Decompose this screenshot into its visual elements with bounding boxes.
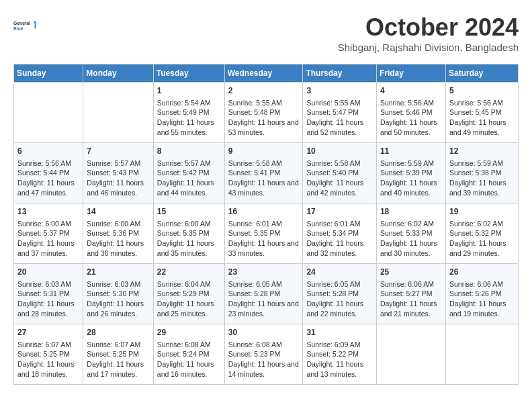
calendar-week-row: 1Sunrise: 5:54 AMSunset: 5:49 PMDaylight… [14, 83, 519, 143]
day-number: 29 [157, 327, 221, 338]
calendar-cell: 1Sunrise: 5:54 AMSunset: 5:49 PMDaylight… [153, 83, 224, 143]
calendar-cell: 18Sunrise: 6:02 AMSunset: 5:33 PMDayligh… [376, 203, 445, 264]
month-title: October 2024 [338, 13, 519, 42]
day-info: Sunrise: 6:06 AMSunset: 5:27 PMDaylight:… [380, 279, 442, 319]
calendar-cell: 11Sunrise: 5:59 AMSunset: 5:39 PMDayligh… [376, 143, 445, 203]
day-info: Sunrise: 5:56 AMSunset: 5:45 PMDaylight:… [449, 98, 515, 138]
day-number: 31 [306, 327, 373, 338]
col-header-thursday: Thursday [303, 64, 377, 83]
page-header: GeneralBlue October 2024 Shibganj, Rajsh… [13, 13, 519, 53]
day-number: 6 [17, 146, 79, 157]
calendar-cell: 21Sunrise: 6:03 AMSunset: 5:30 PMDayligh… [83, 264, 153, 324]
col-header-friday: Friday [376, 64, 445, 83]
day-info: Sunrise: 5:56 AMSunset: 5:44 PMDaylight:… [17, 158, 79, 198]
day-number: 30 [228, 327, 300, 338]
calendar-cell: 24Sunrise: 6:05 AMSunset: 5:28 PMDayligh… [303, 264, 377, 324]
calendar-cell: 26Sunrise: 6:06 AMSunset: 5:26 PMDayligh… [445, 264, 518, 324]
day-number: 7 [87, 146, 149, 157]
calendar-header-row: SundayMondayTuesdayWednesdayThursdayFrid… [14, 64, 519, 83]
day-info: Sunrise: 5:58 AMSunset: 5:40 PMDaylight:… [306, 158, 373, 198]
day-number: 12 [449, 146, 515, 157]
calendar-cell: 10Sunrise: 5:58 AMSunset: 5:40 PMDayligh… [303, 143, 377, 203]
day-number: 18 [380, 206, 442, 218]
col-header-sunday: Sunday [14, 64, 83, 83]
svg-text:Blue: Blue [13, 26, 24, 31]
day-info: Sunrise: 6:01 AMSunset: 5:35 PMDaylight:… [228, 219, 300, 259]
day-number: 26 [449, 267, 515, 278]
day-info: Sunrise: 5:57 AMSunset: 5:43 PMDaylight:… [87, 158, 149, 198]
calendar-week-row: 13Sunrise: 6:00 AMSunset: 5:37 PMDayligh… [14, 203, 519, 264]
svg-marker-2 [34, 21, 37, 29]
calendar-cell: 22Sunrise: 6:04 AMSunset: 5:29 PMDayligh… [153, 264, 224, 324]
day-info: Sunrise: 6:06 AMSunset: 5:26 PMDaylight:… [449, 279, 515, 319]
day-info: Sunrise: 6:03 AMSunset: 5:31 PMDaylight:… [17, 279, 79, 319]
calendar-cell: 20Sunrise: 6:03 AMSunset: 5:31 PMDayligh… [14, 264, 83, 324]
calendar-cell: 7Sunrise: 5:57 AMSunset: 5:43 PMDaylight… [83, 143, 153, 203]
calendar-cell: 17Sunrise: 6:01 AMSunset: 5:34 PMDayligh… [303, 203, 377, 264]
calendar-week-row: 6Sunrise: 5:56 AMSunset: 5:44 PMDaylight… [14, 143, 519, 203]
calendar-cell: 6Sunrise: 5:56 AMSunset: 5:44 PMDaylight… [14, 143, 83, 203]
day-info: Sunrise: 6:07 AMSunset: 5:25 PMDaylight:… [17, 340, 79, 379]
calendar-cell: 31Sunrise: 6:09 AMSunset: 5:22 PMDayligh… [303, 324, 377, 385]
day-info: Sunrise: 5:58 AMSunset: 5:41 PMDaylight:… [228, 158, 300, 198]
day-number: 23 [228, 267, 300, 278]
calendar-cell [376, 324, 445, 385]
day-number: 8 [157, 146, 221, 157]
day-number: 9 [228, 146, 300, 157]
day-number: 1 [157, 85, 221, 97]
col-header-monday: Monday [83, 64, 153, 83]
day-info: Sunrise: 6:00 AMSunset: 5:37 PMDaylight:… [17, 219, 79, 259]
day-info: Sunrise: 6:09 AMSunset: 5:22 PMDaylight:… [306, 340, 373, 379]
day-info: Sunrise: 5:59 AMSunset: 5:38 PMDaylight:… [449, 158, 515, 198]
day-info: Sunrise: 6:08 AMSunset: 5:23 PMDaylight:… [228, 340, 300, 379]
calendar-cell: 30Sunrise: 6:08 AMSunset: 5:23 PMDayligh… [224, 324, 303, 385]
day-number: 16 [228, 206, 300, 218]
calendar-cell [445, 324, 518, 385]
calendar-cell: 5Sunrise: 5:56 AMSunset: 5:45 PMDaylight… [445, 83, 518, 143]
calendar-cell: 13Sunrise: 6:00 AMSunset: 5:37 PMDayligh… [14, 203, 83, 264]
day-number: 21 [87, 267, 149, 278]
day-number: 4 [380, 85, 442, 97]
day-number: 25 [380, 267, 442, 278]
day-info: Sunrise: 6:00 AMSunset: 5:36 PMDaylight:… [87, 219, 149, 259]
title-block: October 2024 Shibganj, Rajshahi Division… [338, 13, 519, 53]
day-number: 20 [17, 267, 79, 278]
calendar-cell: 14Sunrise: 6:00 AMSunset: 5:36 PMDayligh… [83, 203, 153, 264]
svg-text:General: General [13, 21, 30, 26]
day-number: 5 [449, 85, 515, 97]
calendar-week-row: 27Sunrise: 6:07 AMSunset: 5:25 PMDayligh… [14, 324, 519, 385]
logo-icon: GeneralBlue [13, 13, 38, 38]
day-number: 27 [17, 327, 79, 338]
calendar-cell: 15Sunrise: 6:00 AMSunset: 5:35 PMDayligh… [153, 203, 224, 264]
calendar-table: SundayMondayTuesdayWednesdayThursdayFrid… [13, 64, 519, 385]
calendar-cell: 27Sunrise: 6:07 AMSunset: 5:25 PMDayligh… [14, 324, 83, 385]
day-info: Sunrise: 6:02 AMSunset: 5:32 PMDaylight:… [449, 219, 515, 259]
calendar-cell: 12Sunrise: 5:59 AMSunset: 5:38 PMDayligh… [445, 143, 518, 203]
day-number: 17 [306, 206, 373, 218]
day-info: Sunrise: 6:05 AMSunset: 5:28 PMDaylight:… [306, 279, 373, 319]
calendar-cell: 19Sunrise: 6:02 AMSunset: 5:32 PMDayligh… [445, 203, 518, 264]
calendar-cell: 8Sunrise: 5:57 AMSunset: 5:42 PMDaylight… [153, 143, 224, 203]
calendar-cell: 16Sunrise: 6:01 AMSunset: 5:35 PMDayligh… [224, 203, 303, 264]
calendar-cell: 23Sunrise: 6:05 AMSunset: 5:28 PMDayligh… [224, 264, 303, 324]
calendar-cell: 25Sunrise: 6:06 AMSunset: 5:27 PMDayligh… [376, 264, 445, 324]
location-subtitle: Shibganj, Rajshahi Division, Bangladesh [338, 42, 519, 53]
day-info: Sunrise: 5:56 AMSunset: 5:46 PMDaylight:… [380, 98, 442, 138]
day-number: 15 [157, 206, 221, 218]
day-number: 10 [306, 146, 373, 157]
day-info: Sunrise: 5:55 AMSunset: 5:48 PMDaylight:… [228, 98, 300, 138]
day-info: Sunrise: 6:02 AMSunset: 5:33 PMDaylight:… [380, 219, 442, 259]
logo: GeneralBlue [13, 13, 38, 38]
day-number: 24 [306, 267, 373, 278]
day-info: Sunrise: 5:54 AMSunset: 5:49 PMDaylight:… [157, 98, 221, 138]
calendar-week-row: 20Sunrise: 6:03 AMSunset: 5:31 PMDayligh… [14, 264, 519, 324]
calendar-cell: 2Sunrise: 5:55 AMSunset: 5:48 PMDaylight… [224, 83, 303, 143]
day-info: Sunrise: 6:00 AMSunset: 5:35 PMDaylight:… [157, 219, 221, 259]
day-info: Sunrise: 6:01 AMSunset: 5:34 PMDaylight:… [306, 219, 373, 259]
calendar-cell: 9Sunrise: 5:58 AMSunset: 5:41 PMDaylight… [224, 143, 303, 203]
day-number: 2 [228, 85, 300, 97]
col-header-wednesday: Wednesday [224, 64, 303, 83]
day-number: 28 [87, 327, 149, 338]
calendar-cell: 29Sunrise: 6:08 AMSunset: 5:24 PMDayligh… [153, 324, 224, 385]
day-info: Sunrise: 5:59 AMSunset: 5:39 PMDaylight:… [380, 158, 442, 198]
